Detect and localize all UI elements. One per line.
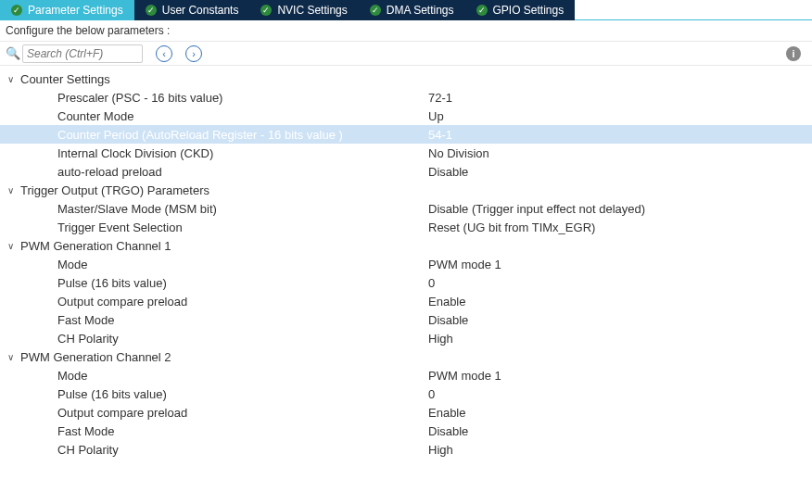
instruction-text: Configure the below parameters : <box>0 20 812 42</box>
tab-gpio-settings[interactable]: GPIO Settings <box>465 0 576 20</box>
chevron-down-icon: ∨ <box>7 185 20 195</box>
parameter-row[interactable]: Pulse (16 bits value)0 <box>0 384 812 403</box>
toolbar: 🔍 ‹ › i <box>0 42 812 66</box>
parameter-value[interactable]: High <box>428 443 453 457</box>
check-icon <box>11 5 22 16</box>
parameter-label: CH Polarity <box>57 332 428 346</box>
parameter-row[interactable]: Prescaler (PSC - 16 bits value)72-1 <box>0 88 812 107</box>
info-icon[interactable]: i <box>786 46 801 61</box>
parameter-row[interactable]: Internal Clock Division (CKD)No Division <box>0 144 812 162</box>
parameter-label: Mode <box>57 258 428 271</box>
parameter-row[interactable]: Fast ModeDisable <box>0 422 812 440</box>
check-icon <box>370 5 381 16</box>
parameter-label: Pulse (16 bits value) <box>57 276 428 290</box>
parameter-value[interactable]: 0 <box>428 387 435 401</box>
search-input[interactable] <box>22 44 143 63</box>
parameter-value[interactable]: PWM mode 1 <box>428 369 501 383</box>
parameter-label: Fast Mode <box>57 424 428 438</box>
parameter-row[interactable]: Counter Period (AutoReload Register - 16… <box>0 125 812 144</box>
parameter-label: Prescaler (PSC - 16 bits value) <box>57 91 428 105</box>
tab-label: GPIO Settings <box>493 4 565 17</box>
parameter-label: Pulse (16 bits value) <box>57 387 428 401</box>
tab-label: User Constants <box>162 4 239 17</box>
parameter-row[interactable]: Fast ModeDisable <box>0 310 812 329</box>
group-header[interactable]: ∨PWM Generation Channel 2 <box>0 347 812 366</box>
tab-label: NVIC Settings <box>277 4 347 17</box>
group-label: Trigger Output (TRGO) Parameters <box>20 183 209 197</box>
search-next-button[interactable]: › <box>185 45 202 62</box>
tab-dma-settings[interactable]: DMA Settings <box>359 0 465 20</box>
group-label: Counter Settings <box>20 72 110 86</box>
parameter-label: Fast Mode <box>57 313 428 327</box>
search-prev-button[interactable]: ‹ <box>156 45 172 62</box>
parameter-value[interactable]: Disable <box>428 313 468 327</box>
parameter-value[interactable]: No Division <box>428 146 489 160</box>
check-icon <box>476 5 488 16</box>
chevron-down-icon: ∨ <box>7 241 20 251</box>
parameter-row[interactable]: Trigger Event SelectionReset (UG bit fro… <box>0 218 812 236</box>
parameter-label: CH Polarity <box>57 443 428 457</box>
tab-nvic-settings[interactable]: NVIC Settings <box>249 0 358 20</box>
group-header[interactable]: ∨PWM Generation Channel 1 <box>0 236 812 255</box>
parameter-tree: ∨Counter SettingsPrescaler (PSC - 16 bit… <box>0 66 812 462</box>
parameter-label: Counter Mode <box>57 109 428 123</box>
parameter-value[interactable]: Up <box>428 109 444 123</box>
check-icon <box>146 5 157 16</box>
parameter-row[interactable]: Master/Slave Mode (MSM bit)Disable (Trig… <box>0 199 812 218</box>
parameter-label: Output compare preload <box>57 295 428 309</box>
tab-label: DMA Settings <box>387 4 454 17</box>
parameter-label: Mode <box>57 369 428 383</box>
parameter-row[interactable]: ModePWM mode 1 <box>0 366 812 384</box>
group-header[interactable]: ∨Trigger Output (TRGO) Parameters <box>0 181 812 199</box>
parameter-value[interactable]: 0 <box>428 276 435 290</box>
parameter-row[interactable]: ModePWM mode 1 <box>0 255 812 273</box>
tab-user-constants[interactable]: User Constants <box>134 0 250 20</box>
chevron-down-icon: ∨ <box>7 74 20 84</box>
parameter-label: Output compare preload <box>57 406 428 420</box>
parameter-label: Internal Clock Division (CKD) <box>57 146 428 160</box>
parameter-row[interactable]: Counter ModeUp <box>0 107 812 125</box>
chevron-down-icon: ∨ <box>7 352 20 362</box>
group-header[interactable]: ∨Counter Settings <box>0 69 812 88</box>
parameter-value[interactable]: Enable <box>428 406 465 420</box>
parameter-value[interactable]: Disable <box>428 424 468 438</box>
check-icon <box>260 5 272 16</box>
parameter-label: Master/Slave Mode (MSM bit) <box>57 202 428 216</box>
parameter-row[interactable]: Output compare preloadEnable <box>0 292 812 310</box>
parameter-label: Trigger Event Selection <box>57 220 428 234</box>
parameter-value[interactable]: Disable <box>428 165 468 179</box>
parameter-value[interactable]: Enable <box>428 295 465 309</box>
parameter-value[interactable]: Reset (UG bit from TIMx_EGR) <box>428 220 595 234</box>
parameter-label: auto-reload preload <box>57 165 428 179</box>
parameter-row[interactable]: Output compare preloadEnable <box>0 403 812 422</box>
tab-label: Parameter Settings <box>28 4 123 17</box>
parameter-value[interactable]: 54-1 <box>428 128 452 142</box>
group-label: PWM Generation Channel 1 <box>20 239 171 253</box>
parameter-row[interactable]: CH PolarityHigh <box>0 440 812 459</box>
parameter-value[interactable]: 72-1 <box>428 91 452 105</box>
parameter-value[interactable]: PWM mode 1 <box>428 258 501 271</box>
group-label: PWM Generation Channel 2 <box>20 350 171 364</box>
parameter-value[interactable]: Disable (Trigger input effect not delaye… <box>428 202 645 216</box>
parameter-value[interactable]: High <box>428 332 453 346</box>
parameter-label: Counter Period (AutoReload Register - 16… <box>57 128 428 142</box>
tab-bar: Parameter SettingsUser ConstantsNVIC Set… <box>0 0 812 20</box>
parameter-row[interactable]: CH PolarityHigh <box>0 329 812 347</box>
parameter-row[interactable]: Pulse (16 bits value)0 <box>0 273 812 292</box>
tab-parameter-settings[interactable]: Parameter Settings <box>0 0 134 20</box>
parameter-row[interactable]: auto-reload preloadDisable <box>0 162 812 181</box>
search-icon: 🔍 <box>6 46 20 60</box>
